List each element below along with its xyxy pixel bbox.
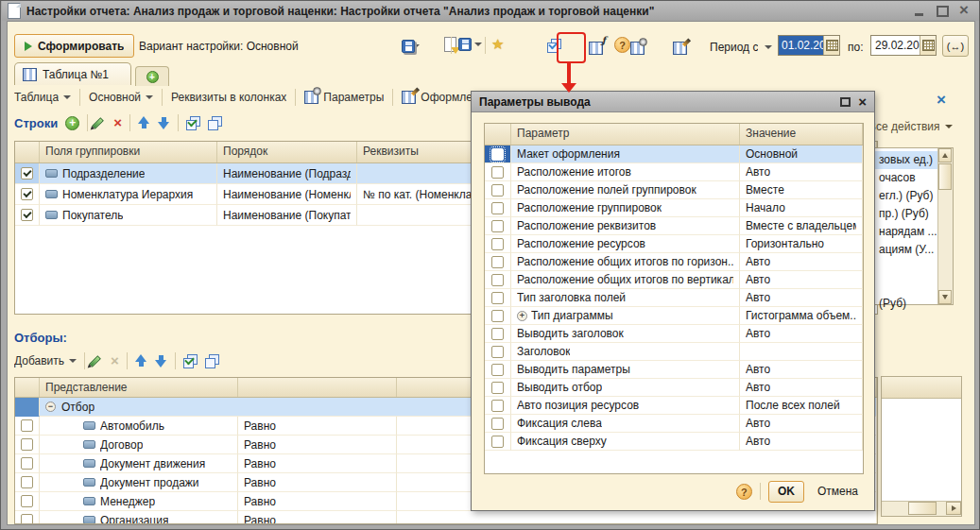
edit-filter-button[interactable] — [89, 355, 101, 368]
param-row[interactable]: Расположение общих итогов по вертикалиАв… — [485, 271, 863, 289]
param-checkbox[interactable] — [491, 202, 504, 214]
scrollbar-thumb[interactable] — [938, 163, 952, 190]
copy-variant-button[interactable] — [547, 39, 561, 53]
filter-checkbox[interactable] — [21, 514, 33, 524]
add-tab-button[interactable] — [135, 66, 169, 86]
move-row-down-button[interactable] — [158, 116, 170, 129]
param-checkbox[interactable] — [491, 364, 504, 376]
add-filter-button[interactable]: Добавить — [14, 354, 77, 368]
row-checkbox[interactable] — [21, 167, 33, 180]
dialog-maximize-button[interactable] — [840, 97, 851, 107]
scroll-up-button[interactable] — [938, 148, 952, 162]
period-to-field[interactable]: 29.02.20 — [870, 35, 937, 56]
param-checkbox[interactable] — [491, 166, 504, 179]
edit-row-button[interactable] — [92, 117, 104, 129]
favorite-star-button[interactable] — [491, 37, 504, 51]
dialog-help-button[interactable] — [736, 484, 752, 500]
scroll-right-button[interactable] — [946, 502, 961, 515]
menu-table[interactable]: Таблица — [14, 91, 71, 104]
column-header-presentation[interactable]: Представление — [40, 378, 238, 397]
design-table-button[interactable] — [673, 42, 687, 55]
param-row[interactable]: Расположение полей группировокВместе — [485, 181, 863, 199]
param-checkbox[interactable] — [491, 148, 504, 161]
menu-attrs-in-columns[interactable]: Реквизиты в колонках — [171, 91, 286, 104]
minimize-button[interactable] — [913, 5, 926, 18]
param-checkbox[interactable] — [491, 346, 504, 358]
period-from-field[interactable]: 01.02.20 — [778, 35, 840, 56]
period-to-value[interactable]: 29.02.20 — [871, 36, 920, 55]
param-checkbox[interactable] — [491, 220, 504, 232]
row-checkbox[interactable] — [21, 209, 33, 221]
collapse-icon[interactable] — [45, 402, 56, 412]
param-checkbox[interactable] — [491, 274, 504, 286]
dialog-titlebar[interactable]: Параметры вывода — [472, 92, 874, 112]
column-header-value[interactable]: Значение — [740, 124, 863, 145]
param-row[interactable]: Расположение итоговАвто — [485, 163, 863, 181]
param-checkbox[interactable] — [491, 328, 504, 340]
param-row[interactable]: Фиксация слеваАвто — [485, 415, 863, 433]
param-checkbox[interactable] — [491, 310, 504, 322]
move-filter-down-button[interactable] — [155, 354, 167, 368]
dialog-close-button[interactable] — [858, 96, 867, 108]
param-row[interactable]: Расположение реквизитовВместе с владельц… — [485, 217, 863, 235]
maximize-button[interactable] — [936, 5, 949, 18]
param-checkbox[interactable] — [491, 238, 504, 250]
generate-button[interactable]: Сформировать — [14, 34, 134, 58]
param-row[interactable]: Выводить параметрыАвто — [485, 361, 863, 379]
param-row[interactable]: Расположение общих итогов по горизон...А… — [485, 253, 863, 271]
uncheck-all-rows-button[interactable] — [208, 116, 222, 130]
ok-button[interactable]: OK — [768, 481, 804, 503]
function-table-button[interactable] — [589, 42, 603, 55]
filter-checkbox[interactable] — [21, 438, 33, 451]
param-row[interactable]: Фиксация сверхуАвто — [485, 433, 863, 451]
tab-table1[interactable]: Таблица №1 — [14, 62, 131, 85]
scrollbar-thumb[interactable] — [908, 502, 937, 515]
scroll-down-button[interactable] — [938, 290, 952, 304]
uncheck-all-filters-button[interactable] — [205, 354, 219, 368]
param-row[interactable]: Расположение группировокНачало — [485, 199, 863, 217]
column-header-fields[interactable]: Поля группировки — [40, 142, 217, 162]
param-checkbox[interactable] — [491, 400, 504, 412]
save-dropdown-button[interactable] — [458, 38, 482, 51]
help-button[interactable] — [614, 37, 630, 53]
filter-checkbox[interactable] — [21, 495, 33, 507]
param-row[interactable]: Тип диаграммыГистограмма объем... — [485, 307, 863, 325]
move-row-up-button[interactable] — [138, 116, 150, 129]
param-row[interactable]: Тип заголовка полейАвто — [485, 289, 863, 307]
expand-icon[interactable] — [517, 311, 527, 321]
close-button[interactable] — [958, 5, 971, 18]
param-row[interactable]: Выводить отборАвто — [485, 379, 863, 397]
param-row[interactable]: Авто позиция ресурсовПосле всех полей — [485, 397, 863, 415]
row-checkbox[interactable] — [21, 188, 33, 200]
menu-main[interactable]: Основной — [89, 91, 153, 104]
params-table[interactable]: Параметр Значение Макет оформленияОсновн… — [484, 123, 864, 474]
check-all-rows-button[interactable] — [186, 116, 200, 130]
param-checkbox[interactable] — [491, 418, 504, 430]
nav-close-button[interactable] — [937, 94, 946, 107]
delete-row-button[interactable] — [113, 116, 122, 129]
param-row[interactable]: Макет оформленияОсновной — [485, 145, 863, 163]
param-checkbox[interactable] — [491, 436, 504, 448]
column-header-order[interactable]: Порядок — [217, 142, 357, 162]
all-actions-button[interactable]: Все действия — [868, 120, 953, 133]
param-checkbox[interactable] — [491, 292, 504, 304]
filter-checkbox[interactable] — [21, 419, 33, 432]
column-header-param[interactable]: Параметр — [511, 124, 740, 145]
add-row-button[interactable] — [65, 116, 79, 130]
move-filter-up-button[interactable] — [135, 354, 147, 368]
calendar-button[interactable] — [823, 36, 839, 55]
calendar-button[interactable] — [920, 36, 936, 55]
filter-row[interactable]: Организация Равно — [15, 511, 877, 524]
param-checkbox[interactable] — [491, 184, 504, 197]
param-row[interactable]: Выводить заголовокАвто — [485, 325, 863, 343]
period-from-value[interactable]: 01.02.20 — [779, 36, 823, 55]
check-all-filters-button[interactable] — [183, 354, 198, 368]
save-settings-button[interactable] — [402, 40, 415, 53]
cancel-button[interactable]: Отмена — [812, 485, 864, 498]
filter-checkbox[interactable] — [21, 457, 33, 470]
output-params-button[interactable] — [630, 42, 645, 55]
period-selector[interactable]: Период с — [710, 41, 772, 54]
filter-checkbox[interactable] — [21, 476, 33, 488]
param-checkbox[interactable] — [491, 256, 504, 268]
period-resize-button[interactable]: (↔) — [942, 35, 969, 57]
